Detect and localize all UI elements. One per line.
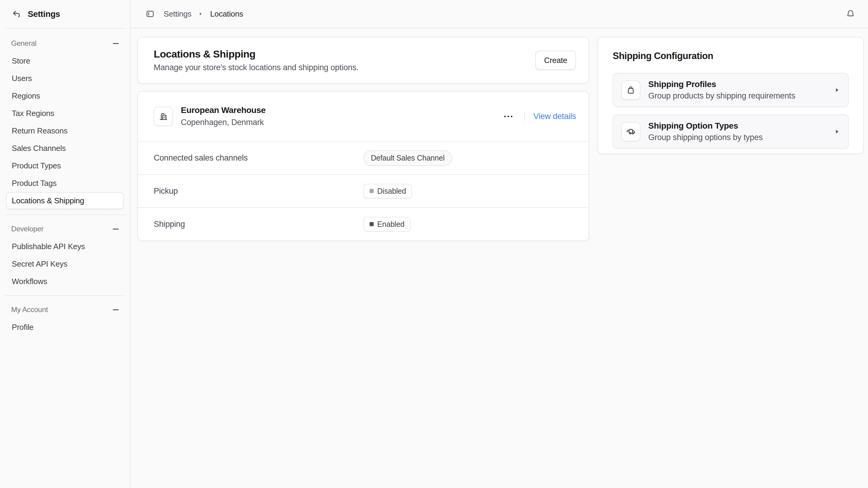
sidebar-item-label: Publishable API Keys bbox=[12, 242, 85, 251]
location-card: European Warehouse Copenhagen, Denmark bbox=[137, 91, 589, 241]
collapse-section-button[interactable] bbox=[113, 229, 119, 230]
sidebar-item-secret-api-keys[interactable]: Secret API Keys bbox=[6, 255, 124, 272]
sidebar-item-label: Tax Regions bbox=[12, 109, 54, 118]
back-button[interactable] bbox=[12, 10, 21, 19]
locations-column: Locations & Shipping Manage your store's… bbox=[137, 37, 589, 241]
sidebar-item-store[interactable]: Store bbox=[6, 53, 124, 69]
sidebar-item-label: Secret API Keys bbox=[12, 259, 67, 269]
collapse-section-button[interactable] bbox=[113, 43, 119, 44]
sidebar-item-tax-regions[interactable]: Tax Regions bbox=[6, 105, 124, 122]
config-item-description: Group shipping options by types bbox=[648, 133, 763, 142]
nav-section-label: My Account bbox=[11, 305, 48, 314]
shipping-configuration-card: Shipping Configuration Shipping Profiles… bbox=[598, 37, 864, 154]
divider bbox=[5, 215, 125, 215]
sidebar-item-label: Store bbox=[12, 56, 30, 66]
caret-right-icon bbox=[198, 12, 203, 16]
buildings-icon bbox=[158, 111, 168, 121]
page-header-card: Locations & Shipping Manage your store's… bbox=[137, 37, 589, 84]
sales-channel-badge: Default Sales Channel bbox=[364, 150, 453, 166]
sidebar-item-label: Sales Channels bbox=[12, 144, 66, 153]
sidebar-item-regions[interactable]: Regions bbox=[6, 87, 124, 104]
sidebar-item-profile[interactable]: Profile bbox=[6, 319, 124, 335]
minus-icon bbox=[113, 43, 119, 44]
sales-channels-row: Connected sales channels Default Sales C… bbox=[138, 141, 589, 174]
sidebar-item-label: Return Reasons bbox=[12, 126, 67, 135]
nav-section-header: Developer bbox=[6, 221, 124, 237]
sidebar-item-sales-channels[interactable]: Sales Channels bbox=[6, 140, 124, 157]
nav-section-label: Developer bbox=[11, 225, 44, 233]
config-icon-box bbox=[621, 80, 641, 100]
caret-right-icon bbox=[834, 129, 840, 135]
bell-icon bbox=[846, 9, 855, 19]
page-subtitle: Manage your store's stock locations and … bbox=[154, 63, 359, 72]
divider bbox=[5, 295, 125, 296]
sidebar-nav: General Store Users Regions Tax Regions … bbox=[0, 29, 130, 340]
minus-icon bbox=[113, 229, 119, 230]
content-area: Locations & Shipping Manage your store's… bbox=[130, 28, 868, 488]
shopping-bag-icon bbox=[626, 85, 636, 95]
sidebar-item-return-reasons[interactable]: Return Reasons bbox=[6, 122, 124, 139]
page-title: Locations & Shipping bbox=[154, 48, 359, 60]
breadcrumb-settings[interactable]: Settings bbox=[164, 9, 191, 19]
nav-section-general: General Store Users Regions Tax Regions … bbox=[6, 35, 124, 209]
pickup-status-badge: Disabled bbox=[364, 184, 412, 198]
create-button[interactable]: Create bbox=[535, 51, 576, 70]
undo-arrow-icon bbox=[12, 10, 21, 19]
config-item-title: Shipping Profiles bbox=[648, 79, 795, 89]
status-dot-icon bbox=[370, 222, 374, 226]
sidebar-item-label: Workflows bbox=[12, 277, 47, 286]
shipping-status-badge: Enabled bbox=[364, 217, 410, 232]
sidebar-item-label: Profile bbox=[12, 323, 33, 332]
nav-section-developer: Developer Publishable API Keys Secret AP… bbox=[6, 221, 124, 290]
nav-section-label: General bbox=[11, 39, 36, 47]
view-details-link[interactable]: View details bbox=[533, 112, 576, 121]
nav-section-header: General bbox=[6, 35, 124, 52]
sidebar-item-product-tags[interactable]: Product Tags bbox=[6, 175, 124, 192]
sidebar-title: Settings bbox=[28, 9, 60, 19]
shipping-config-column: Shipping Configuration Shipping Profiles… bbox=[598, 37, 864, 154]
sidebar-item-workflows[interactable]: Workflows bbox=[6, 273, 124, 290]
status-dot-icon bbox=[370, 189, 374, 193]
sidebar-item-label: Product Types bbox=[12, 161, 61, 170]
divider bbox=[524, 111, 525, 121]
nav-section-header: My Account bbox=[6, 301, 124, 318]
caret-right-icon bbox=[834, 87, 840, 93]
row-label: Pickup bbox=[154, 187, 364, 196]
badge-text: Default Sales Channel bbox=[371, 154, 445, 162]
sidebar-item-label: Locations & Shipping bbox=[12, 196, 84, 205]
sidebar-item-label: Product Tags bbox=[12, 178, 57, 188]
panel-left-icon bbox=[146, 9, 155, 19]
sidebar-item-product-types[interactable]: Product Types bbox=[6, 157, 124, 174]
sidebar-item-label: Regions bbox=[12, 91, 40, 101]
settings-sidebar: Settings General Store Users Regions Tax… bbox=[0, 0, 130, 488]
pickup-row: Pickup Disabled bbox=[138, 174, 589, 207]
config-item-title: Shipping Option Types bbox=[648, 121, 763, 131]
breadcrumb: Settings Locations bbox=[164, 9, 243, 19]
badge-text: Disabled bbox=[377, 187, 406, 195]
topbar: Settings Locations bbox=[130, 0, 868, 28]
sidebar-item-publishable-api-keys[interactable]: Publishable API Keys bbox=[6, 238, 124, 255]
nav-section-my-account: My Account Profile bbox=[6, 301, 124, 335]
sidebar-toggle-button[interactable] bbox=[146, 9, 155, 19]
badge-text: Enabled bbox=[377, 220, 404, 229]
location-menu-button[interactable] bbox=[501, 112, 516, 121]
minus-icon bbox=[113, 310, 119, 310]
config-item-description: Group products by shipping requirements bbox=[648, 91, 795, 101]
location-name: European Warehouse bbox=[181, 105, 266, 115]
fast-truck-icon bbox=[626, 127, 636, 137]
location-address: Copenhagen, Denmark bbox=[181, 118, 266, 127]
notifications-button[interactable] bbox=[846, 9, 855, 19]
config-icon-box bbox=[621, 122, 641, 141]
ellipsis-icon bbox=[504, 116, 513, 117]
shipping-configuration-title: Shipping Configuration bbox=[613, 51, 849, 61]
collapse-section-button[interactable] bbox=[113, 310, 119, 310]
shipping-profiles-item[interactable]: Shipping Profiles Group products by ship… bbox=[613, 73, 849, 107]
shipping-option-types-item[interactable]: Shipping Option Types Group shipping opt… bbox=[613, 115, 849, 149]
row-label: Connected sales channels bbox=[154, 153, 364, 163]
sidebar-item-label: Users bbox=[12, 74, 32, 83]
sidebar-item-users[interactable]: Users bbox=[6, 70, 124, 87]
sidebar-item-locations-shipping[interactable]: Locations & Shipping bbox=[6, 192, 124, 209]
sidebar-header: Settings bbox=[0, 0, 130, 28]
breadcrumb-locations: Locations bbox=[210, 9, 243, 19]
shipping-row: Shipping Enabled bbox=[138, 207, 589, 240]
